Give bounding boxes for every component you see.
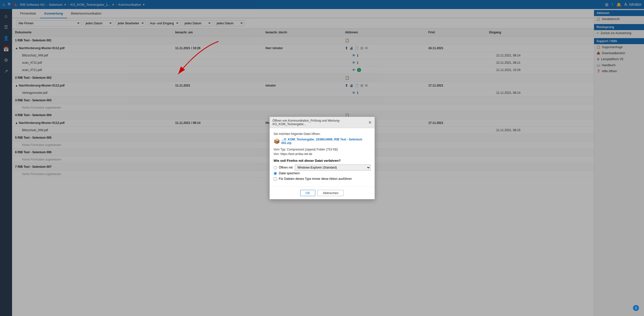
modal-header: Öffnen von Kommunikation_Prüfung und Wer… — [270, 117, 375, 128]
save-radio-row: Datei speichern — [274, 172, 371, 175]
save-file-radio[interactable] — [274, 172, 277, 175]
help-info-badge[interactable]: i — [633, 305, 639, 311]
modal-file-type: Vom Typ: Compressed (zipped) Folder (753… — [274, 148, 371, 151]
file-open-modal: Öffnen von Kommunikation_Prüfung und Wer… — [269, 117, 375, 199]
always-do-checkbox-row: Für Dateien dieses Typs immer diese Akti… — [274, 177, 371, 181]
zip-file-icon: 📦 — [274, 138, 280, 144]
app-select[interactable]: Windows-Explorer (Standard) — [295, 165, 371, 171]
modal-file-from: Von: https://test.arriba-net.de — [274, 152, 371, 156]
modal-file-name: 📦 ...O_KOM_Testvergabe_1636614696_RIB Te… — [274, 138, 371, 145]
modal-cancel-button[interactable]: Abbrechen — [317, 190, 344, 196]
modal-close-button[interactable]: ✕ — [368, 120, 372, 125]
modal-prompt: Sie möchten folgende Datei öffnen: — [274, 132, 371, 136]
open-with-radio[interactable] — [274, 166, 277, 169]
modal-footer: OK Abbrechen — [270, 187, 375, 199]
always-do-label: Für Dateien dieses Typs immer diese Akti… — [279, 177, 352, 181]
open-with-radio-row: Öffnen mit Windows-Explorer (Standard) — [274, 165, 371, 171]
modal-file-text: ...O_KOM_Testvergabe_1636614696_RIB Test… — [281, 138, 371, 145]
modal-question: Wie soll Firefox mit dieser Datei verfah… — [274, 159, 371, 163]
modal-ok-button[interactable]: OK — [300, 190, 316, 196]
always-do-checkbox[interactable] — [274, 177, 277, 181]
modal-body: Sie möchten folgende Datei öffnen: 📦 ...… — [270, 128, 375, 187]
modal-title: Öffnen von Kommunikation_Prüfung und Wer… — [273, 119, 368, 126]
open-with-label: Öffnen mit — [279, 166, 293, 169]
annotation-arrow — [148, 39, 228, 82]
modal-overlay: Öffnen von Kommunikation_Prüfung und Wer… — [0, 0, 644, 316]
save-file-label: Datei speichern — [279, 172, 300, 175]
